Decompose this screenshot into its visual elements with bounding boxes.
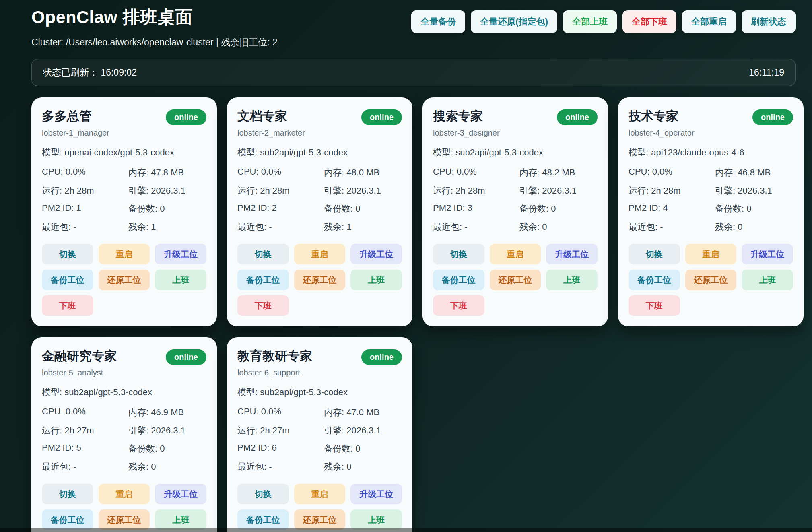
- status-refreshed-text: 状态已刷新： 16:09:02: [43, 66, 137, 79]
- clock-off-button[interactable]: 下班: [237, 295, 289, 316]
- stat-cpu: CPU: 0.0%: [42, 406, 128, 419]
- agent-actions: 切换 重启 升级工位 备份工位 还原工位 上班 下班: [42, 244, 206, 316]
- agent-name: 多多总管: [42, 108, 109, 125]
- restore-workstation-button[interactable]: 还原工位: [685, 270, 737, 290]
- clock-in-button[interactable]: 上班: [155, 270, 206, 290]
- agent-stats: CPU: 0.0% 内存: 47.8 MB 运行: 2h 28m 引擎: 202…: [42, 167, 206, 233]
- agent-card: 多多总管 lobster-1_manager online 模型: openai…: [31, 97, 217, 326]
- all-restart-button[interactable]: 全部重启: [682, 10, 736, 33]
- stat-remaining: 残余: 1: [324, 221, 402, 233]
- agent-actions: 切换 重启 升级工位 备份工位 还原工位 上班 下班: [433, 244, 598, 316]
- restart-button[interactable]: 重启: [685, 244, 737, 264]
- switch-button[interactable]: 切换: [42, 484, 93, 504]
- clock-off-button[interactable]: 下班: [433, 295, 484, 316]
- agent-card-header: 多多总管 lobster-1_manager online: [42, 108, 206, 138]
- restore-workstation-button[interactable]: 还原工位: [294, 509, 346, 530]
- clock-off-button[interactable]: 下班: [42, 295, 93, 316]
- upgrade-workstation-button[interactable]: 升级工位: [350, 484, 402, 504]
- agent-stats: CPU: 0.0% 内存: 48.2 MB 运行: 2h 28m 引擎: 202…: [433, 167, 598, 233]
- global-toolbar: 全量备份 全量还原(指定包) 全部上班 全部下班 全部重启 刷新状态: [411, 10, 796, 33]
- stat-latest-package: 最近包: -: [237, 461, 324, 473]
- clock-in-button[interactable]: 上班: [350, 509, 402, 530]
- upgrade-workstation-button[interactable]: 升级工位: [155, 244, 206, 264]
- restart-button[interactable]: 重启: [99, 484, 150, 504]
- refresh-status-button[interactable]: 刷新状态: [742, 10, 796, 33]
- upgrade-workstation-button[interactable]: 升级工位: [350, 244, 402, 264]
- stat-memory: 内存: 46.9 MB: [128, 406, 206, 419]
- backup-workstation-button[interactable]: 备份工位: [237, 270, 289, 290]
- clock-in-button[interactable]: 上班: [155, 509, 206, 530]
- restart-button[interactable]: 重启: [490, 244, 541, 264]
- restart-button[interactable]: 重启: [99, 244, 150, 264]
- status-badge: online: [557, 109, 598, 125]
- agent-card: 技术专家 lobster-4_operator online 模型: api12…: [618, 97, 804, 326]
- stat-remaining: 残余: 0: [519, 221, 598, 233]
- stat-uptime: 运行: 2h 28m: [629, 185, 715, 197]
- clock-in-button[interactable]: 上班: [546, 270, 598, 290]
- agent-name: 技术专家: [629, 108, 694, 125]
- stat-pm2-id: PM2 ID: 1: [42, 203, 128, 215]
- agent-process-id: lobster-4_operator: [629, 128, 694, 138]
- cards-grid: 多多总管 lobster-1_manager online 模型: openai…: [31, 97, 812, 532]
- agent-actions: 切换 重启 升级工位 备份工位 还原工位 上班 下班: [42, 484, 206, 532]
- agent-actions: 切换 重启 升级工位 备份工位 还原工位 上班 下班: [237, 484, 402, 532]
- agent-name: 搜索专家: [433, 108, 500, 125]
- stat-uptime: 运行: 2h 28m: [237, 185, 324, 197]
- upgrade-workstation-button[interactable]: 升级工位: [546, 244, 598, 264]
- switch-button[interactable]: 切换: [629, 244, 680, 264]
- agent-card-titles: 教育教研专家 lobster-6_support: [237, 348, 312, 377]
- stat-memory: 内存: 48.2 MB: [519, 167, 598, 179]
- stat-memory: 内存: 47.0 MB: [324, 406, 402, 419]
- all-clock-in-button[interactable]: 全部上班: [563, 10, 617, 33]
- stat-latest-package: 最近包: -: [237, 221, 324, 233]
- agent-process-id: lobster-6_support: [237, 368, 312, 377]
- restart-button[interactable]: 重启: [294, 484, 346, 504]
- stat-engine: 引擎: 2026.3.1: [324, 185, 402, 197]
- header-title-block: OpenClaw 排班桌面 Cluster: /Users/leo.aiwork…: [31, 6, 278, 49]
- clock-in-button[interactable]: 上班: [350, 270, 402, 290]
- agent-card-titles: 多多总管 lobster-1_manager: [42, 108, 109, 138]
- backup-workstation-button[interactable]: 备份工位: [433, 270, 484, 290]
- stat-pm2-id: PM2 ID: 5: [42, 443, 128, 455]
- stat-engine: 引擎: 2026.3.1: [519, 185, 598, 197]
- agent-stats: CPU: 0.0% 内存: 47.0 MB 运行: 2h 27m 引擎: 202…: [237, 406, 402, 473]
- restore-workstation-button[interactable]: 还原工位: [99, 270, 150, 290]
- page-title: OpenClaw 排班桌面: [31, 6, 278, 29]
- restart-button[interactable]: 重启: [294, 244, 346, 264]
- upgrade-workstation-button[interactable]: 升级工位: [155, 484, 206, 504]
- full-backup-button[interactable]: 全量备份: [411, 10, 465, 33]
- agent-actions: 切换 重启 升级工位 备份工位 还原工位 上班 下班: [237, 244, 402, 316]
- all-clock-off-button[interactable]: 全部下班: [622, 10, 676, 33]
- stat-backup-count: 备份数: 0: [324, 443, 402, 455]
- backup-workstation-button[interactable]: 备份工位: [629, 270, 680, 290]
- switch-button[interactable]: 切换: [433, 244, 484, 264]
- backup-workstation-button[interactable]: 备份工位: [42, 509, 93, 530]
- agent-card: 搜索专家 lobster-3_designer online 模型: sub2a…: [422, 97, 608, 326]
- agent-model: 模型: api123/claude-opus-4-6: [629, 146, 793, 159]
- status-badge: online: [166, 349, 206, 365]
- status-badge: online: [752, 109, 793, 125]
- backup-workstation-button[interactable]: 备份工位: [42, 270, 93, 290]
- stat-uptime: 运行: 2h 27m: [237, 425, 324, 437]
- agent-card: 教育教研专家 lobster-6_support online 模型: sub2…: [227, 337, 412, 532]
- full-restore-button[interactable]: 全量还原(指定包): [471, 10, 557, 33]
- stat-pm2-id: PM2 ID: 4: [629, 203, 715, 215]
- stat-cpu: CPU: 0.0%: [237, 406, 324, 419]
- restore-workstation-button[interactable]: 还原工位: [490, 270, 541, 290]
- stat-latest-package: 最近包: -: [433, 221, 519, 233]
- stat-cpu: CPU: 0.0%: [42, 167, 128, 179]
- clock-off-button[interactable]: 下班: [629, 295, 680, 316]
- agent-card-header: 技术专家 lobster-4_operator online: [629, 108, 793, 138]
- stat-backup-count: 备份数: 0: [715, 203, 793, 215]
- backup-workstation-button[interactable]: 备份工位: [237, 509, 289, 530]
- switch-button[interactable]: 切换: [237, 244, 289, 264]
- clock-in-button[interactable]: 上班: [742, 270, 793, 290]
- agent-card-titles: 搜索专家 lobster-3_designer: [433, 108, 500, 138]
- switch-button[interactable]: 切换: [237, 484, 289, 504]
- restore-workstation-button[interactable]: 还原工位: [294, 270, 346, 290]
- stat-pm2-id: PM2 ID: 3: [433, 203, 519, 215]
- restore-workstation-button[interactable]: 还原工位: [99, 509, 150, 530]
- upgrade-workstation-button[interactable]: 升级工位: [742, 244, 793, 264]
- stat-remaining: 残余: 1: [128, 221, 206, 233]
- switch-button[interactable]: 切换: [42, 244, 93, 264]
